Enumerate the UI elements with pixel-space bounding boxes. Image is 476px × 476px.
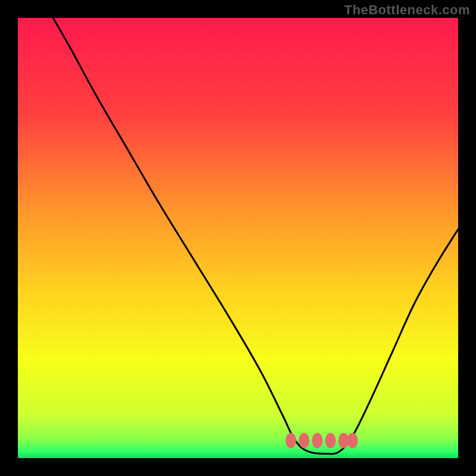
chart-background	[18, 18, 458, 458]
watermark-text: TheBottleneck.com	[345, 2, 470, 18]
optimal-marker	[286, 433, 296, 448]
optimal-marker	[325, 433, 336, 448]
bottleneck-chart	[0, 0, 476, 476]
optimal-marker	[347, 433, 358, 448]
optimal-marker	[299, 433, 309, 448]
optimal-marker	[312, 433, 322, 448]
